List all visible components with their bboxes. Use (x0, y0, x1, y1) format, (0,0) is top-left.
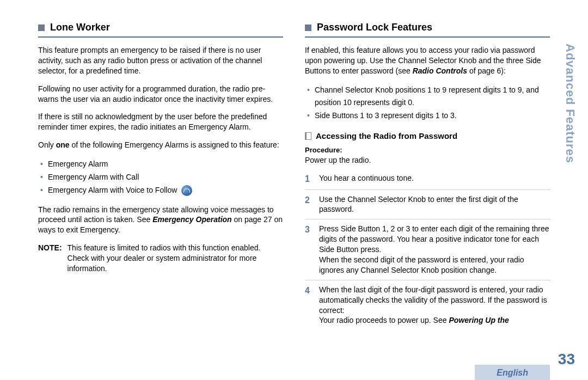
emergency-alarm-list: Emergency Alarm Emergency Alarm with Cal… (38, 158, 283, 197)
step-item: 2 Use the Channel Selector Knob to enter… (305, 190, 550, 220)
list-item: Side Buttons 1 to 3 represent digits 1 t… (305, 109, 550, 122)
para: The radio remains in the emergency state… (38, 205, 283, 236)
left-column: Lone Worker This feature prompts an emer… (38, 22, 283, 348)
page-content: Lone Worker This feature prompts an emer… (0, 0, 588, 348)
language-tab: English (475, 365, 550, 380)
step-text: Press Side Button 1, 2 or 3 to enter eac… (319, 224, 550, 275)
list-item: Channel Selector Knob positions 1 to 9 r… (305, 84, 550, 110)
heading-rule (305, 36, 550, 38)
list-item: Emergency Alarm with Voice to Follow (38, 184, 283, 197)
note-label: NOTE: (38, 243, 62, 274)
list-item: Emergency Alarm (38, 158, 283, 171)
step-text: When the last digit of the four-digit pa… (319, 285, 550, 326)
step-item: 1 You hear a continuous tone. (305, 169, 550, 190)
subheading-accessing: Accessing the Radio from Password (305, 131, 550, 140)
procedure-steps: 1 You hear a continuous tone. 2 Use the … (305, 169, 550, 330)
para: If there is still no acknowledgment by t… (38, 112, 283, 132)
book-icon (305, 132, 311, 140)
password-entry-list: Channel Selector Knob positions 1 to 9 r… (305, 84, 550, 122)
list-item: Emergency Alarm with Call (38, 171, 283, 184)
voice-follow-icon (181, 185, 192, 196)
step-number: 3 (305, 224, 313, 275)
procedure-intro: Power up the radio. (305, 155, 550, 166)
page-number: 33 (558, 351, 575, 368)
step-number: 2 (305, 194, 313, 215)
step-text: Use the Channel Selector Knob to enter t… (319, 194, 550, 215)
side-tab-label: Advanced Features (563, 44, 577, 163)
para: This feature prompts an emergency to be … (38, 45, 283, 76)
step-number: 1 (305, 173, 313, 185)
step-text: You hear a continuous tone. (319, 173, 414, 185)
step-item: 4 When the last digit of the four-digit … (305, 280, 550, 330)
square-bullet-icon (38, 24, 45, 31)
heading-text: Lone Worker (50, 22, 110, 33)
para: If enabled, this feature allows you to a… (305, 45, 550, 76)
heading-rule (38, 36, 283, 38)
note-text: This feature is limited to radios with t… (68, 243, 283, 274)
note-block: NOTE: This feature is limited to radios … (38, 243, 283, 274)
right-column: Password Lock Features If enabled, this … (305, 22, 550, 348)
square-bullet-icon (305, 24, 311, 31)
step-item: 3 Press Side Button 1, 2 or 3 to enter e… (305, 219, 550, 280)
step-number: 4 (305, 285, 313, 326)
heading-password-lock: Password Lock Features (305, 22, 550, 33)
para: Only one of the following Emergency Alar… (38, 140, 283, 150)
procedure-label: Procedure: (305, 146, 550, 154)
heading-text: Password Lock Features (317, 22, 432, 33)
para: Following no user activity for a program… (38, 84, 283, 105)
heading-lone-worker: Lone Worker (38, 22, 283, 33)
